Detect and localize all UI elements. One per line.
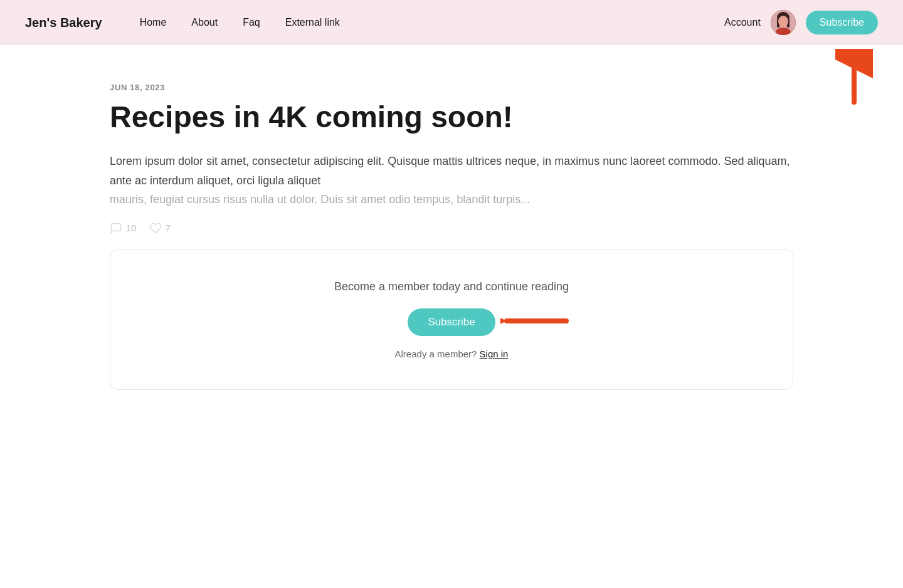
post-date: JUN 18, 2023 xyxy=(110,83,793,92)
likes-count: 7 xyxy=(166,223,171,233)
already-member-text: Already a member? xyxy=(395,349,477,359)
subscribe-button-header[interactable]: Subscribe xyxy=(806,11,878,34)
annotation-arrow-left xyxy=(500,305,569,339)
post-title: Recipes in 4K coming soon! xyxy=(110,100,793,134)
annotation-arrow-up xyxy=(835,49,873,108)
comment-icon xyxy=(110,222,122,234)
post-stats: 10 7 xyxy=(110,222,793,234)
site-title[interactable]: Jen's Bakery xyxy=(25,16,102,30)
likes-stat: 7 xyxy=(149,222,171,234)
avatar[interactable] xyxy=(771,10,796,35)
nav-item-about[interactable]: About xyxy=(191,17,218,28)
heart-icon xyxy=(149,222,162,234)
header-right: Account Subscribe xyxy=(724,10,878,35)
nav-item-external-link[interactable]: External link xyxy=(285,17,340,28)
main-content: JUN 18, 2023 Recipes in 4K coming soon! … xyxy=(0,45,903,428)
subscribe-button-card[interactable]: Subscribe xyxy=(408,308,495,336)
post-excerpt: Lorem ipsum dolor sit amet, consectetur … xyxy=(110,152,793,209)
sign-in-link[interactable]: Sign in xyxy=(480,349,509,359)
post-excerpt-faded: mauris, feugiat cursus risus nulla ut do… xyxy=(110,193,530,206)
comments-count: 10 xyxy=(126,223,137,233)
comments-stat: 10 xyxy=(110,222,137,234)
sign-in-text: Already a member? Sign in xyxy=(135,349,768,359)
svg-point-4 xyxy=(778,16,788,27)
post-excerpt-visible: Lorem ipsum dolor sit amet, consectetur … xyxy=(110,155,790,187)
left-arrow-icon xyxy=(500,305,569,337)
up-arrow-icon xyxy=(835,49,873,105)
avatar-icon xyxy=(771,10,796,35)
nav-item-faq[interactable]: Faq xyxy=(243,17,260,28)
header: Jen's Bakery Home About Faq External lin… xyxy=(0,0,903,45)
membership-text: Become a member today and continue readi… xyxy=(135,280,768,293)
account-label[interactable]: Account xyxy=(724,17,761,28)
subscribe-card-container: Subscribe xyxy=(408,308,495,336)
nav-item-home[interactable]: Home xyxy=(140,17,167,28)
nav: Home About Faq External link xyxy=(140,17,724,28)
membership-card: Become a member today and continue readi… xyxy=(110,249,793,390)
